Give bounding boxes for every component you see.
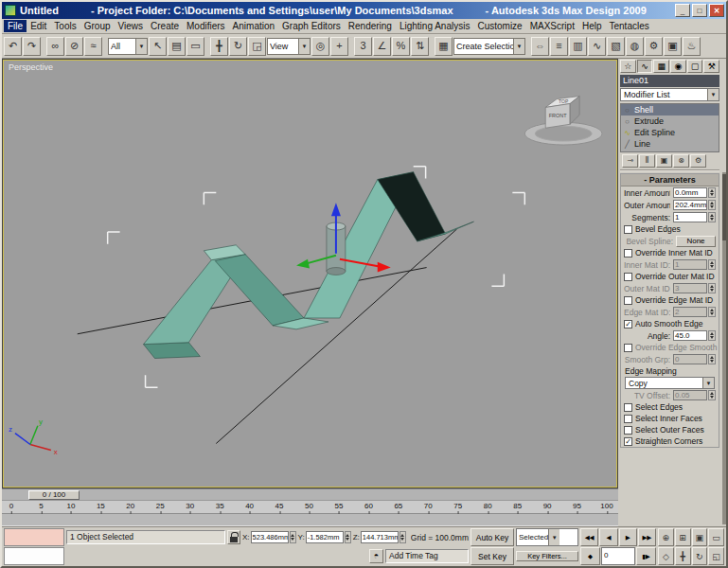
angle-snap-icon[interactable]: ∠ (373, 37, 391, 56)
chevron-down-icon[interactable]: ▼ (135, 39, 147, 54)
inner-amount-field[interactable]: 0.0mm (673, 187, 707, 198)
menu-rendering[interactable]: Rendering (345, 20, 396, 32)
field-of-view-icon[interactable]: ◇ (658, 547, 674, 565)
chevron-down-icon[interactable]: ▼ (298, 39, 310, 54)
curve-editor-icon[interactable]: ∿ (588, 37, 606, 56)
chevron-down-icon[interactable]: ▼ (548, 529, 559, 545)
edge-mapping-dropdown[interactable]: Copy ▼ (625, 377, 715, 389)
viewport-label[interactable]: Perspective (9, 62, 53, 72)
edge-mat-id-spinner[interactable] (708, 307, 716, 317)
outer-mat-id-field[interactable]: 3 (673, 283, 707, 293)
pan-icon[interactable]: ╋ (675, 547, 691, 565)
go-to-end-button[interactable]: ▶▶ (638, 528, 656, 546)
select-object-icon[interactable]: ↖ (149, 37, 167, 56)
unlink-selection-icon[interactable]: ⊘ (65, 37, 83, 56)
spinner-snap-icon[interactable]: ⇅ (411, 37, 429, 56)
chevron-down-icon[interactable]: ▼ (513, 39, 524, 54)
parameters-rollout-header[interactable]: - Parameters (621, 174, 719, 186)
tab-motion[interactable]: ◉ (670, 60, 686, 73)
edit-named-selections-icon[interactable]: ▦ (435, 37, 453, 56)
bevel-spline-button[interactable]: None (676, 236, 716, 247)
select-outer-faces-checkbox[interactable] (624, 426, 632, 435)
time-slider[interactable]: 0 / 100 (2, 488, 618, 500)
configure-modifier-sets-button[interactable]: ⚙ (690, 154, 706, 168)
edge-mat-id-field[interactable]: 2 (673, 307, 707, 317)
angle-field[interactable]: 45.0 (673, 330, 707, 341)
menu-group[interactable]: Group (80, 20, 115, 32)
titlebar[interactable]: Untitled - Project Folder: C:\Documents … (2, 2, 726, 19)
minimize-button[interactable]: _ (675, 4, 690, 17)
auto-smooth-edge-checkbox[interactable]: ✓ (624, 320, 632, 328)
listener-macro-row[interactable] (4, 528, 64, 546)
select-and-link-icon[interactable]: ∞ (46, 37, 64, 56)
override-smooth-grp-checkbox[interactable] (624, 344, 632, 352)
selection-lock-icon[interactable] (227, 530, 240, 544)
outer-mat-id-spinner[interactable] (708, 283, 716, 293)
menu-customize[interactable]: Customize (473, 20, 525, 32)
maximize-viewport-icon[interactable]: ◱ (708, 547, 724, 565)
z-coordinate-field[interactable]: 144.713mm (361, 531, 399, 543)
play-animation-button[interactable]: ▶ (619, 528, 637, 546)
timeline-ruler[interactable]: 0510152025303540455055606570758085909510… (2, 500, 618, 513)
use-pivot-point-icon[interactable]: ◎ (311, 37, 329, 56)
go-to-start-button[interactable]: ◀◀ (580, 528, 598, 546)
perspective-viewport[interactable]: TOP FRONT x y z Perspective (3, 60, 617, 488)
viewcube-top-label[interactable]: TOP (559, 100, 569, 105)
y-spinner[interactable] (345, 531, 351, 543)
zoom-extents-icon[interactable]: ▣ (692, 528, 708, 546)
percent-snap-icon[interactable]: % (392, 37, 410, 56)
x-spinner[interactable] (290, 531, 296, 543)
zoom-all-icon[interactable]: ⊞ (675, 528, 691, 546)
previous-frame-button[interactable]: ◀ (599, 528, 617, 546)
select-and-scale-icon[interactable]: ◲ (248, 37, 266, 56)
modifier-list-dropdown[interactable]: Modifier List ▼ (620, 88, 719, 101)
maximize-button[interactable]: □ (692, 4, 707, 17)
tv-offset-spinner[interactable] (708, 390, 716, 400)
override-outer-mat-checkbox[interactable] (624, 273, 632, 281)
selection-filter-dropdown[interactable]: All▼ (108, 38, 148, 55)
menu-graph-editors[interactable]: Graph Editors (278, 20, 345, 32)
zoom-icon[interactable]: ⊕ (658, 528, 674, 546)
menu-help[interactable]: Help (578, 20, 606, 32)
menu-tools[interactable]: Tools (50, 20, 80, 32)
outer-amount-field[interactable]: 202.4mm (673, 200, 707, 210)
mirror-icon[interactable]: ⇔ (531, 37, 549, 56)
stack-item-shell[interactable]: ○Shell (621, 104, 719, 115)
object-name-field[interactable]: Line01 (620, 75, 719, 87)
make-unique-button[interactable]: ▣ (656, 154, 672, 168)
show-end-result-button[interactable]: Ⅱ (639, 154, 655, 168)
key-filters-button[interactable]: Key Filters... (516, 551, 578, 561)
zoom-region-icon[interactable]: ▭ (708, 528, 724, 546)
tab-hierarchy[interactable]: ▦ (653, 60, 669, 73)
segments-field[interactable]: 1 (673, 212, 707, 222)
menu-create[interactable]: Create (147, 20, 183, 32)
current-frame-field[interactable]: 0 (601, 547, 635, 565)
smooth-grp-spinner[interactable] (708, 354, 716, 364)
stack-item-line[interactable]: ╱Line (621, 138, 719, 150)
tab-modify[interactable]: ∿ (637, 60, 653, 73)
select-and-manipulate-icon[interactable]: + (330, 37, 348, 56)
viewcube-front-label[interactable]: FRONT (549, 113, 568, 118)
menu-views[interactable]: Views (115, 20, 148, 32)
add-time-tag[interactable]: Add Time Tag (385, 549, 469, 563)
redo-icon[interactable]: ↷ (23, 37, 41, 56)
override-inner-mat-checkbox[interactable] (624, 249, 632, 257)
segments-spinner[interactable] (708, 212, 716, 222)
select-and-move-icon[interactable]: ╋ (210, 37, 228, 56)
tv-offset-field[interactable]: 0.05 (673, 390, 707, 400)
pin-stack-button[interactable]: ⊸ (622, 154, 638, 168)
snaps-toggle-icon[interactable]: 3 (354, 37, 372, 56)
layer-manager-icon[interactable]: ▥ (569, 37, 587, 56)
auto-key-button[interactable]: Auto Key (471, 528, 514, 546)
menu-edit[interactable]: Edit (27, 20, 50, 32)
z-spinner[interactable] (400, 531, 406, 543)
render-setup-icon[interactable]: ⚙ (645, 37, 663, 56)
key-mode-dropdown[interactable]: Selected▼ (516, 528, 578, 546)
select-by-name-icon[interactable]: ▤ (168, 37, 186, 56)
stack-item-edit-spline[interactable]: ∿Edit Spline (621, 127, 719, 138)
x-coordinate-field[interactable]: 523.486mm (251, 531, 289, 543)
menu-modifiers[interactable]: Modifiers (183, 20, 229, 32)
override-edge-mat-checkbox[interactable] (624, 296, 632, 305)
undo-icon[interactable]: ↶ (4, 37, 22, 56)
panel-scrollbar[interactable] (722, 172, 726, 524)
